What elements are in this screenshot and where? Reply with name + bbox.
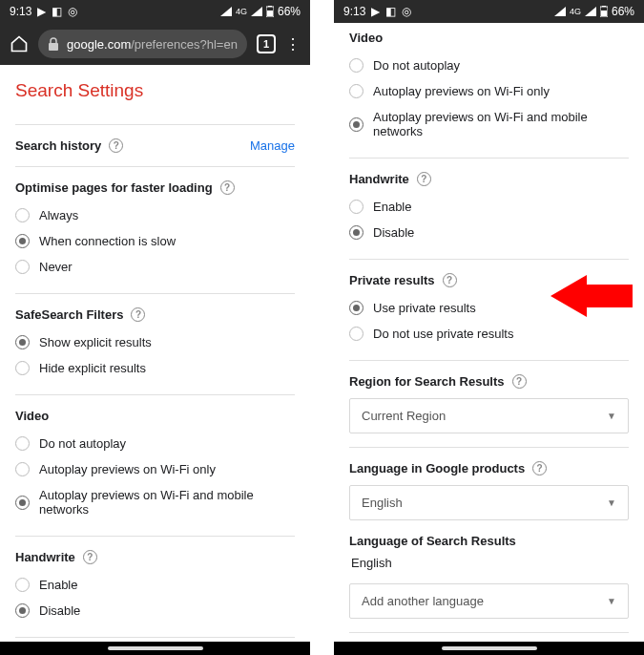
home-icon[interactable]: [10, 34, 29, 53]
optimise-label: Optimise pages for faster loading: [15, 180, 213, 195]
url-host: google.com: [67, 37, 131, 52]
help-icon[interactable]: ?: [532, 461, 547, 475]
lock-icon: [48, 37, 59, 51]
radio-slow[interactable]: When connection is slow: [15, 228, 295, 254]
battery-icon: [266, 6, 274, 17]
lang-results-value: English: [349, 548, 629, 574]
browser-bar: google.com/preferences?hl=en 1 ⋮: [0, 23, 310, 65]
region-label: Region for Search Results: [349, 374, 505, 389]
radio-disable[interactable]: Disable: [349, 220, 629, 245]
radio-enable[interactable]: Enable: [349, 194, 629, 220]
handwrite-label: Handwrite: [15, 550, 75, 564]
battery-percent: 66%: [278, 5, 301, 18]
add-language-dropdown[interactable]: Add another language ▼: [349, 583, 629, 619]
menu-dots-icon[interactable]: ⋮: [285, 35, 301, 53]
tabs-button[interactable]: 1: [257, 34, 276, 53]
status-time: 9:13: [10, 5, 31, 18]
signal-icon-1: [220, 7, 232, 16]
nav-pill[interactable]: [442, 646, 537, 650]
youtube-icon: ▶: [371, 5, 380, 18]
nav-pill[interactable]: [108, 646, 203, 650]
radio-no-autoplay[interactable]: Do not autoplay: [349, 53, 629, 78]
radio-wifi-mobile[interactable]: Autoplay previews on Wi-Fi and mobile ne…: [15, 482, 295, 522]
radio-wifi-only[interactable]: Autoplay previews on Wi-Fi only: [15, 456, 295, 482]
url-path: /preferences?hl=en: [131, 37, 238, 52]
instagram-icon: ◎: [402, 5, 411, 18]
help-icon[interactable]: ?: [83, 550, 97, 564]
youtube-icon: ▶: [37, 5, 46, 18]
status-time: 9:13: [343, 5, 365, 18]
signal-icon-2: [251, 7, 262, 16]
chevron-down-icon: ▼: [607, 596, 616, 606]
private-label: Private results: [349, 273, 435, 287]
chevron-down-icon: ▼: [607, 497, 616, 508]
video-label: Video: [349, 31, 383, 45]
instagram-icon: ◎: [68, 5, 77, 18]
radio-hide-explicit[interactable]: Hide explicit results: [15, 355, 295, 381]
signal-icon-1: [554, 7, 566, 16]
radio-enable[interactable]: Enable: [15, 572, 295, 598]
manage-link[interactable]: Manage: [250, 138, 295, 153]
radio-wifi-only[interactable]: Autoplay previews on Wi-Fi only: [349, 78, 629, 104]
chevron-down-icon: ▼: [607, 411, 616, 421]
status-bar: 9:13 ▶ ◧ ◎ 4G 66%: [334, 0, 644, 23]
nav-bar: [334, 642, 644, 655]
network-type: 4G: [570, 7, 581, 16]
help-icon[interactable]: ?: [443, 273, 457, 287]
radio-no-autoplay[interactable]: Do not autoplay: [15, 431, 295, 456]
add-language-text: Add another language: [362, 594, 484, 608]
lang-products-label: Language in Google products: [349, 461, 525, 475]
help-icon[interactable]: ?: [109, 138, 123, 153]
handwrite-label: Handwrite: [349, 172, 409, 186]
url-bar[interactable]: google.com/preferences?hl=en: [38, 30, 247, 58]
svg-rect-6: [601, 11, 607, 16]
help-icon[interactable]: ?: [512, 374, 527, 389]
switch-icon: ◧: [385, 5, 396, 18]
lang-results-label: Language of Search Results: [349, 534, 516, 548]
video-label: Video: [15, 409, 49, 423]
help-icon[interactable]: ?: [417, 172, 431, 186]
radio-disable[interactable]: Disable: [15, 598, 295, 623]
search-history-label: Search history: [15, 138, 101, 153]
page-title: Search Settings: [15, 80, 295, 101]
battery-icon: [600, 6, 608, 17]
safesearch-label: SafeSearch Filters: [15, 307, 123, 322]
region-dropdown[interactable]: Current Region ▼: [349, 398, 629, 433]
screen-left: 9:13 ▶ ◧ ◎ 4G 66% google.com/preferences…: [0, 0, 310, 655]
help-icon[interactable]: ?: [220, 180, 235, 195]
status-bar: 9:13 ▶ ◧ ◎ 4G 66%: [0, 0, 310, 23]
radio-no-private[interactable]: Do not use private results: [349, 321, 629, 347]
radio-never[interactable]: Never: [15, 254, 295, 280]
help-icon[interactable]: ?: [131, 307, 145, 322]
svg-rect-3: [49, 43, 58, 51]
network-type: 4G: [236, 7, 247, 16]
radio-always[interactable]: Always: [15, 202, 295, 228]
region-value: Current Region: [362, 409, 446, 423]
svg-rect-2: [267, 11, 273, 16]
switch-icon: ◧: [52, 5, 62, 18]
radio-show-explicit[interactable]: Show explicit results: [15, 329, 295, 355]
svg-rect-5: [602, 6, 606, 7]
lang-products-dropdown[interactable]: English ▼: [349, 485, 629, 520]
battery-percent: 66%: [612, 5, 634, 18]
lang-products-value: English: [362, 496, 403, 510]
radio-wifi-mobile[interactable]: Autoplay previews on Wi-Fi and mobile ne…: [349, 104, 629, 144]
svg-rect-1: [268, 6, 272, 7]
radio-use-private[interactable]: Use private results: [349, 295, 629, 321]
screen-right: 9:13 ▶ ◧ ◎ 4G 66% Video Do not autoplay …: [334, 0, 644, 655]
signal-icon-2: [585, 7, 596, 16]
nav-bar: [0, 642, 310, 655]
